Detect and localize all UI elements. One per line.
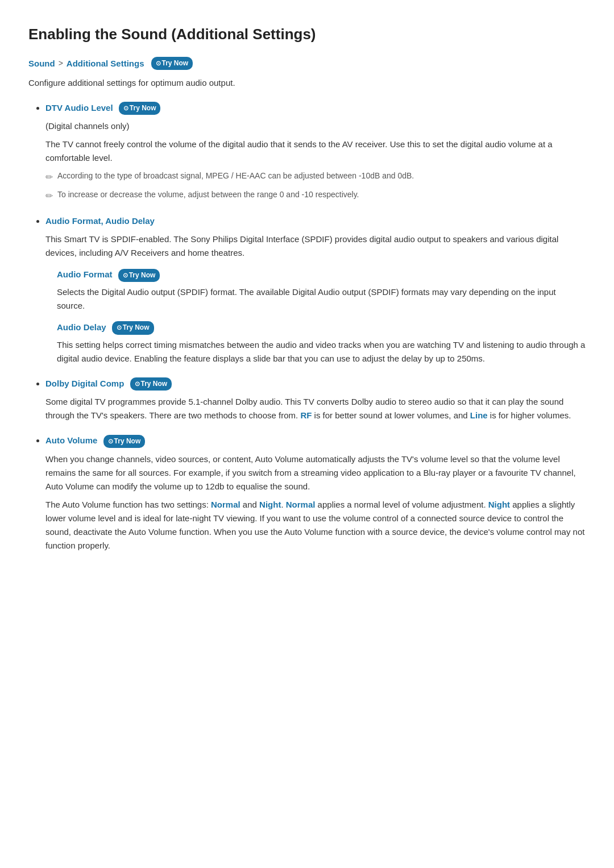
list-item-audio-format-delay: Audio Format, Audio Delay This Smart TV …: [45, 214, 586, 365]
auto-vol-normal-1: Normal: [211, 500, 240, 509]
dolby-try-now[interactable]: Try Now: [130, 377, 172, 391]
list-item-dtv-audio-level: DTV Audio Level Try Now (Digital channel…: [45, 101, 586, 203]
audio-delay-label: Audio Delay: [57, 322, 106, 332]
note-icon-2: ✏: [45, 189, 53, 203]
audio-format-delay-body: This Smart TV is SPDIF-enabled. The Sony…: [45, 232, 586, 260]
dtv-note-2-text: To increase or decrease the volume, adju…: [57, 188, 359, 201]
list-item-dolby: Dolby Digital Comp Try Now Some digital …: [45, 377, 586, 423]
dolby-label: Dolby Digital Comp: [45, 379, 124, 388]
dolby-body-part-5: is for higher volumes.: [488, 410, 571, 420]
dtv-note-1: ✏ According to the type of broadcast sig…: [45, 169, 586, 185]
audio-format-label: Audio Format: [57, 269, 113, 279]
auto-volume-para-1: When you change channels, video sources,…: [45, 452, 586, 493]
dolby-body-part-3: is for better sound at lower volumes, an…: [312, 410, 470, 420]
dtv-note-2: ✏ To increase or decrease the volume, ad…: [45, 188, 586, 203]
list-item-auto-volume: Auto Volume Try Now When you change chan…: [45, 434, 586, 553]
dtv-audio-level-body: The TV cannot freely control the volume …: [45, 138, 586, 165]
audio-format-subsection: Audio Format Try Now Selects the Digital…: [45, 268, 586, 365]
dtv-audio-level-subtitle: (Digital channels only): [45, 119, 586, 133]
audio-delay-try-now[interactable]: Try Now: [112, 321, 154, 334]
audio-format-subtitle: Audio Format Try Now: [57, 268, 586, 282]
dtv-note-1-text: According to the type of broadcast signa…: [57, 169, 414, 182]
main-list: DTV Audio Level Try Now (Digital channel…: [28, 101, 586, 553]
auto-volume-label: Auto Volume: [45, 435, 97, 445]
dolby-title: Dolby Digital Comp Try Now: [45, 377, 586, 391]
dolby-rf-highlight: RF: [300, 410, 312, 420]
audio-format-body: Selects the Digital Audio output (SPDIF)…: [57, 285, 586, 313]
breadcrumb-sound[interactable]: Sound: [28, 57, 55, 70]
breadcrumb-try-now-badge[interactable]: Try Now: [151, 57, 193, 70]
dolby-body: Some digital TV programmes provide 5.1-c…: [45, 395, 586, 422]
auto-volume-title: Auto Volume Try Now: [45, 434, 586, 448]
auto-volume-try-now[interactable]: Try Now: [103, 435, 146, 448]
dtv-audio-level-try-now[interactable]: Try Now: [119, 102, 161, 115]
dtv-audio-level-label: DTV Audio Level: [45, 103, 113, 113]
auto-vol-p2-4: .: [281, 500, 285, 509]
audio-format-try-now[interactable]: Try Now: [118, 269, 160, 282]
page-title: Enabling the Sound (Additional Settings): [28, 23, 586, 47]
auto-volume-para-2: The Auto Volume function has two setting…: [45, 498, 586, 553]
auto-vol-night-2: Night: [488, 500, 510, 509]
dolby-line-highlight: Line: [470, 410, 488, 420]
auto-vol-p2-2: and: [240, 500, 259, 509]
note-icon-1: ✏: [45, 170, 53, 185]
breadcrumb: Sound > Additional Settings Try Now: [28, 57, 586, 70]
auto-vol-p2-6: applies a normal level of volume adjustm…: [315, 500, 488, 509]
auto-vol-p2-0: The Auto Volume function has two setting…: [45, 500, 211, 509]
audio-format-delay-label: Audio Format, Audio Delay: [45, 216, 155, 226]
auto-vol-night-1: Night: [259, 500, 281, 509]
auto-vol-normal-2: Normal: [286, 500, 316, 509]
dtv-audio-level-title: DTV Audio Level Try Now: [45, 101, 586, 115]
audio-delay-subtitle: Audio Delay Try Now: [57, 321, 586, 335]
breadcrumb-separator: >: [59, 57, 63, 69]
intro-text: Configure additional settings for optimu…: [28, 76, 586, 90]
audio-format-delay-title: Audio Format, Audio Delay: [45, 214, 586, 228]
breadcrumb-additional-settings[interactable]: Additional Settings: [67, 57, 144, 70]
audio-delay-body: This setting helps correct timing mismat…: [57, 338, 586, 366]
